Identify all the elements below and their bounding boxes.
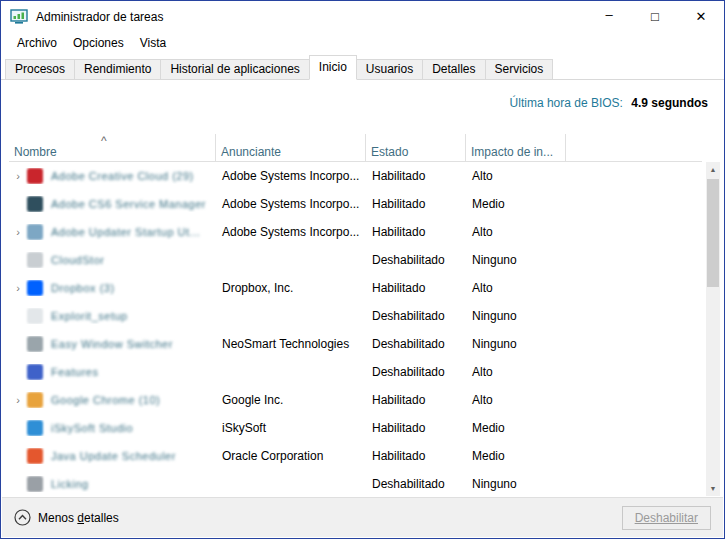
table-row[interactable]: Licking Deshabilitado Ninguno — [9, 470, 702, 496]
table-row[interactable]: ›Google Chrome (10) Google Inc. Habilita… — [9, 386, 702, 414]
startup-item-name: Adobe CS6 Service Manager — [51, 198, 206, 210]
column-header-estado[interactable]: Estado — [366, 134, 466, 161]
table-row[interactable]: iSkySoft Studio iSkySoft Habilitado Medi… — [9, 414, 702, 442]
app-icon — [27, 252, 43, 268]
table-row[interactable]: CloudStor Deshabilitado Ninguno — [9, 246, 702, 274]
column-header-anunciante[interactable]: Anunciante — [216, 134, 366, 161]
menu-archivo[interactable]: Archivo — [10, 34, 64, 52]
tab-rendimiento[interactable]: Rendimiento — [74, 59, 161, 80]
status-cell: Habilitado — [366, 393, 466, 407]
startup-item-name: Java Update Scheduler — [51, 450, 176, 462]
column-header-nombre[interactable]: ^ Nombre — [9, 134, 216, 161]
app-icon — [27, 280, 43, 296]
minimize-button[interactable]: – — [586, 1, 632, 32]
startup-item-name: Explorit_setup — [51, 310, 128, 322]
task-manager-app-icon — [10, 9, 28, 25]
publisher-cell: Adobe Systems Incorpo... — [216, 169, 366, 183]
publisher-cell: Adobe Systems Incorpo... — [216, 225, 366, 239]
publisher-cell: Adobe Systems Incorpo... — [216, 197, 366, 211]
minimize-icon: – — [605, 7, 612, 22]
app-icon — [27, 364, 43, 380]
startup-item-name: Adobe Updater Startup Ut... — [51, 226, 200, 238]
expand-chevron-icon[interactable]: › — [9, 226, 27, 238]
startup-item-name: Google Chrome (10) — [51, 394, 160, 406]
disable-button[interactable]: Deshabilitar — [622, 506, 711, 530]
vertical-scrollbar[interactable]: ▲ ▼ — [706, 162, 720, 496]
expand-chevron-icon[interactable]: › — [9, 394, 27, 406]
sort-ascending-icon: ^ — [101, 134, 107, 148]
expand-chevron-icon[interactable]: › — [9, 170, 27, 182]
impact-cell: Alto — [466, 169, 566, 183]
close-icon: ✕ — [696, 9, 707, 24]
tab-inicio[interactable]: Inicio — [309, 55, 357, 80]
expand-chevron-icon[interactable]: › — [9, 282, 27, 294]
app-icon — [27, 168, 43, 184]
impact-cell: Alto — [466, 281, 566, 295]
bios-time-label: Última hora de BIOS: — [510, 96, 623, 110]
table-row[interactable]: Explorit_setup Deshabilitado Ninguno — [9, 302, 702, 330]
impact-cell: Medio — [466, 449, 566, 463]
table-header: ^ Nombre Anunciante Estado Impacto de in… — [9, 134, 702, 162]
footer-bar: Menos detalles Deshabilitar — [2, 497, 723, 537]
app-icon — [27, 448, 43, 464]
maximize-button[interactable]: □ — [632, 1, 678, 32]
tab-usuarios[interactable]: Usuarios — [356, 59, 423, 80]
scroll-up-icon[interactable]: ▲ — [706, 162, 720, 177]
impact-cell: Alto — [466, 365, 566, 379]
status-cell: Deshabilitado — [366, 337, 466, 351]
app-icon — [27, 420, 43, 436]
fewer-details-toggle[interactable]: Menos detalles — [14, 509, 119, 526]
column-header-impacto[interactable]: Impacto de in... — [466, 134, 566, 161]
bios-time-line: Última hora de BIOS: 4.9 segundos — [510, 96, 708, 110]
disable-button-label: Deshabilitar — [635, 511, 698, 525]
fewer-details-label: Menos detalles — [38, 511, 119, 525]
tab-servicios[interactable]: Servicios — [485, 59, 554, 80]
status-cell: Habilitado — [366, 197, 466, 211]
table-row[interactable]: ›Adobe Creative Cloud (29) Adobe Systems… — [9, 162, 702, 190]
window-title: Administrador de tareas — [36, 10, 163, 24]
app-icon — [27, 196, 43, 212]
menu-vista[interactable]: Vista — [133, 34, 173, 52]
tab-procesos[interactable]: Procesos — [5, 59, 75, 80]
table-row[interactable]: ›Dropbox (3) Dropbox, Inc. Habilitado Al… — [9, 274, 702, 302]
impact-cell: Medio — [466, 197, 566, 211]
title-bar: Administrador de tareas – □ ✕ — [1, 1, 724, 32]
status-cell: Deshabilitado — [366, 253, 466, 267]
startup-item-name: Adobe Creative Cloud (29) — [51, 170, 194, 182]
chevron-up-circle-icon — [14, 509, 31, 526]
publisher-cell: Dropbox, Inc. — [216, 281, 366, 295]
table-row[interactable]: ›Adobe Updater Startup Ut... Adobe Syste… — [9, 218, 702, 246]
close-button[interactable]: ✕ — [678, 1, 724, 32]
publisher-cell: iSkySoft — [216, 421, 366, 435]
impact-cell: Ninguno — [466, 337, 566, 351]
publisher-cell: NeoSmart Technologies — [216, 337, 366, 351]
startup-item-name: Features — [51, 366, 98, 378]
app-icon — [27, 336, 43, 352]
scrollbar-thumb[interactable] — [707, 179, 719, 287]
tab-detalles[interactable]: Detalles — [422, 59, 485, 80]
maximize-icon: □ — [651, 9, 659, 24]
column-header-nombre-label: Nombre — [14, 145, 57, 159]
tab-historial-de-aplicaciones[interactable]: Historial de aplicaciones — [160, 59, 309, 80]
startup-items-list: ›Adobe Creative Cloud (29) Adobe Systems… — [9, 162, 702, 496]
status-cell: Deshabilitado — [366, 309, 466, 323]
app-icon — [27, 224, 43, 240]
table-row[interactable]: Easy Window Switcher NeoSmart Technologi… — [9, 330, 702, 358]
startup-item-name: Licking — [51, 478, 89, 490]
impact-cell: Ninguno — [466, 477, 566, 491]
startup-item-name: iSkySoft Studio — [51, 422, 133, 434]
startup-item-name: Easy Window Switcher — [51, 338, 173, 350]
status-cell: Deshabilitado — [366, 477, 466, 491]
impact-cell: Ninguno — [466, 309, 566, 323]
table-row[interactable]: Adobe CS6 Service Manager Adobe Systems … — [9, 190, 702, 218]
menu-opciones[interactable]: Opciones — [66, 34, 131, 52]
scroll-down-icon[interactable]: ▼ — [706, 481, 720, 496]
startup-item-name: Dropbox (3) — [51, 282, 115, 294]
task-manager-window: Administrador de tareas – □ ✕ Archivo Op… — [0, 0, 725, 539]
status-cell: Deshabilitado — [366, 365, 466, 379]
publisher-cell: Google Inc. — [216, 393, 366, 407]
app-icon — [27, 308, 43, 324]
table-row[interactable]: Java Update Scheduler Oracle Corporation… — [9, 442, 702, 470]
table-row[interactable]: Features Deshabilitado Alto — [9, 358, 702, 386]
status-cell: Habilitado — [366, 169, 466, 183]
